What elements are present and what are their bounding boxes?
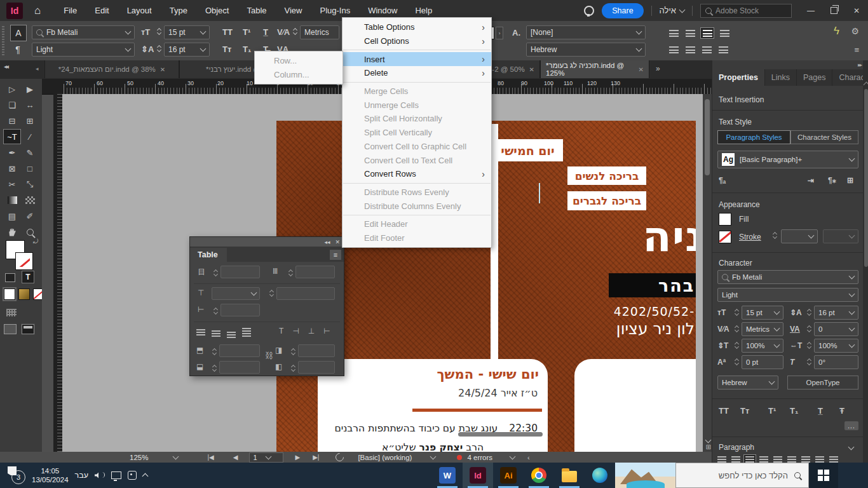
row-height-combo[interactable] (212, 287, 260, 300)
menu-item-table-options[interactable]: Table Options › (342, 20, 491, 34)
superscript-button[interactable]: T¹ (239, 27, 254, 37)
align-center-icon[interactable] (212, 330, 220, 337)
dock-scrollbar[interactable] (863, 60, 868, 463)
note-tool[interactable]: ▤ (3, 208, 21, 224)
menu-item-insert[interactable]: Insert › (342, 52, 491, 66)
dock-font-family-combo[interactable]: Fb Metali (717, 270, 858, 284)
menu-item-convert-to-text-cell[interactable]: Convert Cell to Text Cell (342, 153, 491, 167)
rows-stepper[interactable] (212, 268, 219, 276)
inset-bottom-stepper[interactable] (210, 363, 218, 371)
zoom-level-value[interactable]: 125% (130, 454, 148, 461)
small-caps-button[interactable]: Tᴛ (219, 44, 235, 54)
dock-kerning-combo[interactable]: Metrics (742, 322, 783, 336)
close-panel-icon[interactable]: ✕ (335, 239, 340, 245)
preview-mode-button[interactable] (22, 324, 34, 334)
adobe-stock-search-input[interactable]: Adobe Stock (700, 4, 792, 18)
language-combo[interactable]: Hebrew (526, 43, 646, 57)
view-options-icon[interactable] (6, 309, 17, 316)
baseline-shift-stepper[interactable] (733, 357, 740, 365)
start-button[interactable] (809, 463, 838, 488)
gap-tool[interactable]: ↔ (21, 97, 39, 112)
collapse-panels-icon[interactable]: ◂◂ (4, 63, 8, 70)
pool-men-label-box[interactable]: בריכה לגברים (567, 191, 646, 210)
stroke-swatch[interactable] (719, 231, 731, 243)
taskbar-edge-button[interactable] (585, 463, 615, 488)
opentype-button[interactable]: OpenType (787, 376, 858, 390)
friday-schedule-box[interactable]: יום שישי - המשך ט״ז אייר 24/5/24 22:30 ע… (318, 359, 548, 452)
first-page-button[interactable]: |◀ (207, 454, 214, 461)
superscript-button[interactable]: T¹ (768, 406, 776, 416)
dock-scrollbar-thumb[interactable] (864, 89, 868, 267)
character-style-combo[interactable]: [None] (526, 25, 646, 39)
table-panel-tab[interactable]: Table (190, 248, 227, 262)
network-icon[interactable] (111, 471, 121, 479)
notification-center-icon[interactable]: 3 (4, 466, 25, 484)
vertical-scrollbar[interactable]: ⊞ (703, 94, 712, 452)
tracking-stepper[interactable] (805, 324, 813, 332)
close-tab-icon[interactable]: ✕ (529, 66, 534, 73)
scroll-up-icon[interactable] (864, 82, 868, 88)
character-styles-button[interactable]: Character Styles (790, 130, 858, 144)
dock-leading-combo[interactable]: 16 pt (814, 306, 858, 320)
language-indicator[interactable]: עבר (75, 471, 88, 480)
columns-count-field[interactable] (295, 266, 335, 278)
underline-button[interactable]: T̲ (818, 406, 823, 416)
free-transform-tool[interactable]: ⤡ (21, 177, 39, 192)
skew-stepper[interactable] (805, 357, 813, 365)
more-options-button[interactable]: ... (844, 421, 858, 430)
submenu-item-row[interactable]: Row... (255, 54, 342, 68)
menu-item-distribute-rows-evenly[interactable]: Distribute Rows Evenly (342, 186, 491, 200)
font-size-stepper[interactable] (733, 308, 740, 315)
character-formatting-mode-button[interactable]: A (10, 25, 27, 41)
big-title-text[interactable]: ניה (642, 216, 696, 258)
strikethrough-button[interactable]: Ŧ (839, 406, 844, 416)
home-icon[interactable]: ⌂ (34, 4, 41, 17)
link-insets-icon[interactable]: ⛓ (265, 351, 273, 360)
scrollbar-corner-icons[interactable]: ⊞ (706, 440, 711, 451)
apply-gradient-button[interactable] (18, 288, 30, 300)
inset-left-field[interactable] (298, 361, 335, 374)
share-button[interactable]: Share (602, 3, 643, 18)
vertical-scrollbar-thumb[interactable] (705, 99, 710, 175)
stroke-type-combo[interactable] (823, 229, 858, 243)
preflight-icon[interactable] (334, 451, 346, 463)
font-size-stepper[interactable] (155, 27, 163, 34)
inset-right-field[interactable] (298, 344, 335, 357)
stroke-proxy-swatch[interactable] (16, 253, 32, 269)
formatting-affects-text-icon[interactable]: T (22, 271, 34, 283)
minimize-button[interactable]: — (799, 0, 822, 21)
menu-item-cell-options[interactable]: Cell Options › (342, 34, 491, 48)
gradient-swatch-tool[interactable] (3, 193, 21, 208)
align-away-spine-button[interactable] (684, 44, 696, 55)
menu-item-distribute-columns-evenly[interactable]: Distribute Columns Evenly (342, 199, 491, 213)
error-count[interactable]: 4 errors (467, 454, 492, 461)
small-caps-button[interactable]: Tᴛ (740, 406, 749, 416)
content-collector-tool[interactable]: ⊟ (3, 113, 21, 128)
align-right-button[interactable] (700, 27, 714, 39)
horizontal-scrollbar-thumb[interactable] (458, 432, 543, 437)
vertical-ruler[interactable] (53, 94, 63, 452)
dock-language-combo[interactable]: Hebrew (717, 376, 778, 390)
black-banner-text[interactable]: ת בהר (609, 273, 696, 297)
hidden-icons-chevron[interactable] (142, 473, 149, 480)
document-tab-1[interactable]: *24_יום העצמאות.indd @ 38% ✕ (44, 60, 179, 78)
align-towards-spine-button[interactable] (667, 44, 680, 55)
font-style-combo[interactable]: Light (32, 43, 135, 57)
restore-button[interactable] (822, 0, 845, 21)
align-left-button[interactable] (667, 28, 680, 38)
eyedropper-tool[interactable]: ✐ (21, 208, 39, 224)
font-family-combo[interactable]: Fb Metali (32, 25, 135, 39)
swap-fill-stroke-icon[interactable]: ⤾ (33, 238, 38, 245)
align-center-button[interactable] (684, 28, 696, 38)
paragraph-style-combo[interactable]: Ag [Basic Paragraph]+ (717, 151, 858, 168)
text-rotate-90-icon[interactable]: ⊣ (292, 327, 299, 336)
taskbar-chrome-button[interactable] (524, 463, 554, 488)
tab-scroll-left-icon[interactable]: ◂ (36, 65, 39, 72)
column-width-field[interactable] (220, 304, 260, 316)
dock-font-style-combo[interactable]: Light (717, 288, 858, 302)
close-tab-icon[interactable]: ✕ (639, 66, 644, 73)
inset-top-stepper[interactable] (210, 347, 218, 355)
horizontal-scale-stepper[interactable] (805, 341, 813, 348)
menu-item-merge-cells[interactable]: Merge Cells (342, 85, 491, 98)
stroke-weight-stepper[interactable] (771, 231, 778, 238)
